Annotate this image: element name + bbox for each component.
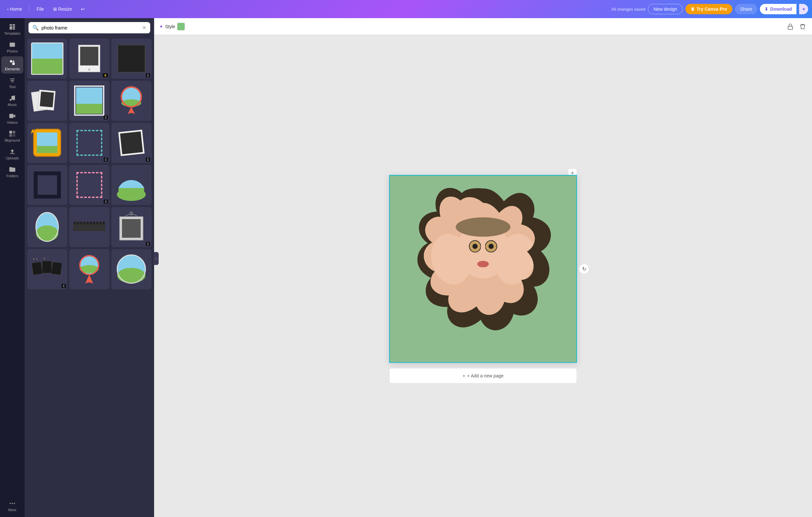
sidebar-item-music[interactable]: Music	[1, 92, 23, 109]
sidebar-item-more[interactable]: More	[1, 497, 23, 514]
sidebar-item-elements[interactable]: Elements	[1, 56, 23, 74]
share-button[interactable]: Share	[735, 4, 757, 14]
frame-item[interactable]	[27, 81, 67, 121]
frame-item[interactable]: £	[27, 249, 67, 289]
canvas-wrapper: ↻ + + Add a new page	[389, 168, 577, 384]
frame-item[interactable]	[27, 123, 67, 163]
svg-point-41	[36, 225, 58, 242]
svg-rect-50	[93, 222, 95, 224]
add-page-plus-icon: +	[463, 373, 465, 378]
film-strip-icon	[73, 211, 105, 243]
two-polaroids-icon	[31, 85, 63, 117]
try-canva-pro-button[interactable]: ♛ Try Canva Pro	[686, 4, 732, 14]
sidebar-label-text: Text	[9, 85, 16, 89]
multiple-photos-icon	[31, 253, 63, 285]
new-design-button[interactable]: New design	[648, 4, 683, 14]
svg-point-17	[10, 503, 11, 504]
svg-point-10	[13, 99, 15, 101]
clear-search-icon[interactable]: ✕	[142, 25, 146, 31]
text-icon	[9, 77, 16, 84]
svg-rect-12	[9, 131, 12, 133]
svg-rect-35	[37, 146, 57, 153]
download-caret-button[interactable]: ▾	[799, 4, 808, 14]
lock-button[interactable]	[786, 22, 794, 31]
sidebar-label-uploads: Uploads	[6, 156, 19, 160]
background-icon	[9, 130, 16, 137]
frame-item[interactable]	[69, 249, 110, 289]
svg-rect-53	[103, 222, 105, 224]
file-button[interactable]: File	[33, 4, 47, 13]
sidebar-label-photos: Photos	[7, 49, 18, 53]
sidebar-item-uploads[interactable]: Uploads	[1, 145, 23, 163]
svg-point-7	[10, 60, 12, 62]
frame-item[interactable]: £	[69, 165, 110, 205]
big-circle-frame-icon	[115, 253, 147, 285]
uploads-icon	[9, 148, 16, 155]
sidebar-item-background[interactable]: Bkground	[1, 128, 23, 145]
canvas-area: ✦ Style	[154, 18, 812, 517]
price-badge: £	[104, 158, 108, 162]
design-canvas[interactable]: ↻	[389, 175, 577, 363]
sidebar-item-photos[interactable]: Photos	[1, 38, 23, 56]
elements-icon	[9, 59, 16, 66]
circle-pin-icon	[115, 85, 147, 117]
frame-item[interactable]	[111, 81, 151, 121]
frame-item[interactable]: ♛ ♛	[69, 38, 110, 79]
download-button[interactable]: ⬇ Download	[760, 4, 796, 14]
main-layout: Templates Photos Elements Text Music Vid…	[0, 18, 812, 517]
svg-rect-51	[96, 222, 98, 224]
svg-point-18	[12, 503, 13, 504]
search-input[interactable]	[41, 25, 140, 30]
frame-item[interactable]: £	[69, 123, 110, 163]
templates-icon	[9, 23, 16, 30]
half-circle-frame-icon	[115, 169, 147, 201]
svg-point-9	[10, 99, 12, 101]
home-button[interactable]: ‹ Home	[4, 4, 25, 13]
frame-item[interactable]	[111, 165, 151, 205]
frame-item[interactable]: £	[69, 81, 110, 121]
frame-item[interactable]: £	[111, 38, 151, 79]
frame-item[interactable]: £	[111, 123, 151, 163]
try-canva-label: Try Canva Pro	[697, 6, 727, 12]
svg-rect-3	[12, 26, 15, 28]
svg-rect-13	[12, 131, 15, 133]
rotate-button[interactable]: ↻	[579, 264, 589, 274]
price-badge: £	[146, 73, 150, 77]
svg-rect-28	[76, 104, 102, 114]
sidebar-label-templates: Templates	[4, 31, 20, 35]
add-page-button[interactable]: + + Add a new page	[389, 368, 577, 384]
svg-rect-45	[77, 222, 79, 224]
sidebar-item-videos[interactable]: Videos	[1, 110, 23, 127]
svg-rect-11	[9, 114, 13, 118]
svg-rect-48	[87, 222, 89, 224]
color-swatch[interactable]	[177, 23, 185, 30]
frames-grid: ♛ ♛ £	[25, 36, 154, 517]
sidebar-label-videos: Videos	[7, 120, 18, 125]
sidebar-label-folders: Folders	[6, 174, 19, 178]
svg-rect-0	[10, 24, 12, 26]
frame-item[interactable]	[27, 165, 67, 205]
hide-panel-button[interactable]: ‹	[153, 252, 158, 265]
delete-button[interactable]	[799, 22, 807, 31]
undo-button[interactable]: ↩	[78, 4, 88, 13]
frame-item[interactable]	[27, 207, 67, 247]
map-pin-frame-icon	[73, 253, 105, 285]
style-section: ✦ Style	[159, 23, 185, 30]
frame-item[interactable]: £	[111, 207, 151, 247]
resize-button[interactable]: ⊞ Resize	[50, 4, 76, 13]
canvas-scroll[interactable]: ↻ + + Add a new page	[154, 35, 812, 517]
sidebar-item-text[interactable]: Text	[1, 74, 23, 91]
frame-item[interactable]	[111, 249, 151, 289]
sidebar-item-folders[interactable]: Folders	[1, 163, 23, 181]
svg-rect-59	[42, 261, 52, 273]
sidebar-icons: Templates Photos Elements Text Music Vid…	[0, 18, 25, 517]
sidebar-item-templates[interactable]: Templates	[1, 21, 23, 38]
frame-item[interactable]	[69, 207, 110, 247]
more-icon	[9, 500, 16, 507]
sparkle-icon: ✦	[159, 24, 163, 29]
crown-badge: ♛	[103, 73, 108, 77]
style-label: Style	[165, 24, 175, 29]
file-label: File	[36, 6, 44, 12]
frame-item[interactable]	[27, 38, 67, 79]
music-icon	[9, 94, 16, 102]
